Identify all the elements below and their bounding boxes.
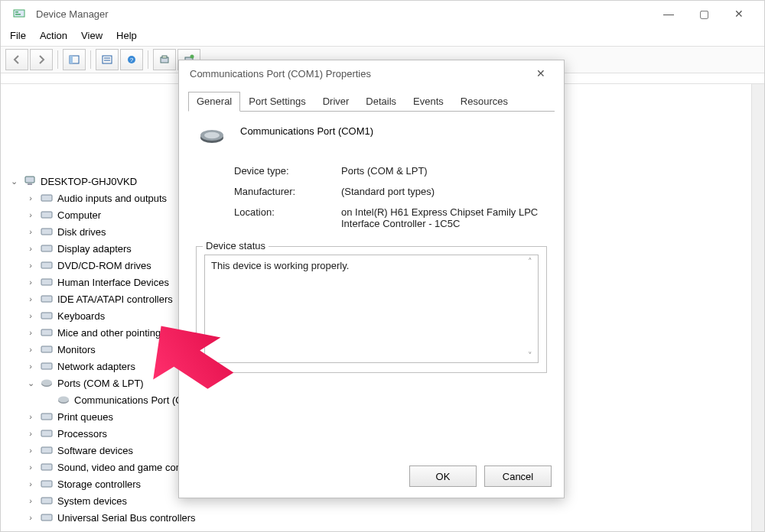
node-label: Mice and other pointing devices	[57, 327, 197, 339]
menu-help[interactable]: Help	[116, 30, 137, 41]
toolbar-help-button[interactable]: ?	[120, 49, 143, 70]
device-status-legend: Device status	[203, 240, 269, 251]
tree-item-18[interactable]: ›Universal Serial Bus controllers	[8, 509, 757, 526]
dialog-close-button[interactable]: ✕	[526, 60, 556, 86]
device-large-icon	[199, 125, 225, 147]
manufacturer-value: (Standard port types)	[341, 186, 547, 197]
properties-dialog: Communications Port (COM1) Properties ✕ …	[178, 60, 565, 498]
cancel-button[interactable]: Cancel	[484, 466, 552, 487]
svg-rect-26	[41, 363, 52, 369]
node-icon	[39, 242, 54, 255]
close-button[interactable]: ✕	[721, 1, 757, 27]
node-icon	[22, 175, 37, 187]
toolbar-back-button[interactable]	[5, 49, 28, 70]
twisty-icon[interactable]: ›	[25, 362, 36, 371]
node-icon	[39, 377, 54, 389]
tree-scrollbar[interactable]	[751, 84, 764, 531]
tab-port-settings[interactable]: Port Settings	[240, 92, 314, 112]
svg-rect-37	[41, 514, 52, 521]
toolbar-scan-button[interactable]	[153, 49, 176, 70]
twisty-icon[interactable]: ›	[25, 244, 36, 253]
menu-view[interactable]: View	[81, 30, 103, 41]
tab-resources[interactable]: Resources	[452, 92, 516, 112]
toolbar-properties-button[interactable]	[96, 49, 119, 70]
device-status-group: Device status This device is working pro…	[196, 246, 547, 373]
main-window-title: Device Manager	[36, 8, 109, 20]
twisty-icon[interactable]: ›	[25, 412, 36, 421]
dialog-titlebar[interactable]: Communications Port (COM1) Properties ✕	[179, 60, 564, 86]
node-label: Ports (COM & LPT)	[57, 378, 144, 389]
node-icon	[39, 259, 54, 271]
twisty-icon[interactable]: ›	[25, 345, 36, 354]
tab-general[interactable]: General	[188, 92, 240, 112]
node-label: System devices	[57, 495, 127, 507]
node-label: DVD/CD-ROM drives	[57, 260, 151, 271]
svg-rect-24	[41, 329, 52, 336]
menu-file[interactable]: File	[10, 30, 26, 41]
twisty-icon[interactable]: ⌄	[25, 378, 36, 388]
twisty-icon[interactable]: ›	[25, 513, 36, 522]
twisty-icon[interactable]: ›	[25, 294, 36, 303]
node-label: Software devices	[57, 445, 133, 456]
svg-rect-35	[41, 481, 52, 487]
status-scrollbar[interactable]: ˄˅	[524, 257, 536, 361]
twisty-icon[interactable]: ›	[25, 311, 36, 320]
twisty-icon[interactable]: ⌄	[8, 177, 19, 187]
twisty-icon[interactable]: ›	[25, 261, 36, 270]
svg-rect-33	[41, 447, 52, 453]
node-icon	[39, 293, 54, 305]
svg-point-13	[190, 55, 194, 59]
node-label: IDE ATA/ATAPI controllers	[57, 294, 173, 305]
twisty-icon[interactable]: ›	[25, 446, 36, 455]
twisty-icon[interactable]: ›	[25, 462, 36, 472]
node-label: Universal Serial Bus controllers	[57, 512, 196, 524]
twisty-icon[interactable]: ›	[25, 328, 36, 337]
tab-row: General Port Settings Driver Details Eve…	[188, 91, 555, 112]
svg-rect-16	[41, 195, 52, 201]
svg-rect-19	[41, 245, 52, 251]
svg-text:?: ?	[130, 57, 134, 63]
twisty-icon[interactable]: ›	[25, 193, 36, 203]
toolbar-show-hide-button[interactable]	[63, 49, 86, 70]
device-status-text: This device is working properly.	[211, 260, 349, 271]
svg-rect-34	[41, 464, 52, 470]
svg-rect-4	[70, 56, 73, 63]
node-label: Disk drives	[57, 226, 106, 238]
tab-events[interactable]: Events	[405, 92, 452, 112]
dialog-button-row: OK Cancel	[409, 466, 552, 487]
twisty-icon[interactable]: ›	[25, 479, 36, 488]
node-label: Audio inputs and outputs	[57, 193, 167, 204]
twisty-icon[interactable]: ›	[25, 210, 36, 219]
toolbar-forward-button[interactable]	[30, 49, 53, 70]
ok-button[interactable]: OK	[409, 466, 477, 487]
node-icon	[39, 360, 54, 372]
node-label: Storage controllers	[57, 478, 141, 490]
dialog-title: Communications Port (COM1) Properties	[190, 68, 371, 79]
twisty-icon[interactable]: ›	[25, 277, 36, 287]
svg-rect-20	[41, 262, 52, 268]
main-titlebar[interactable]: Device Manager — ▢ ✕	[1, 1, 764, 27]
device-type-value: Ports (COM & LPT)	[341, 165, 547, 177]
tab-driver[interactable]: Driver	[314, 92, 358, 112]
twisty-icon[interactable]: ›	[25, 227, 36, 236]
node-icon	[39, 310, 54, 322]
tab-details[interactable]: Details	[357, 92, 405, 112]
node-icon	[39, 511, 54, 524]
minimize-button[interactable]: —	[651, 1, 686, 27]
svg-rect-5	[103, 56, 112, 63]
svg-rect-23	[41, 313, 52, 319]
twisty-icon[interactable]: ›	[25, 496, 36, 505]
node-icon	[39, 495, 54, 507]
device-type-label: Device type:	[234, 165, 341, 177]
node-icon	[39, 478, 54, 490]
node-icon	[39, 343, 54, 355]
svg-rect-32	[41, 430, 52, 436]
device-status-textbox[interactable]: This device is working properly. ˄˅	[204, 255, 539, 363]
twisty-icon[interactable]: ›	[25, 429, 36, 438]
svg-rect-25	[41, 346, 52, 352]
maximize-button[interactable]: ▢	[686, 1, 721, 27]
node-label: Print queues	[57, 411, 113, 423]
svg-rect-36	[41, 498, 52, 504]
svg-rect-18	[41, 229, 52, 235]
menu-action[interactable]: Action	[40, 30, 67, 41]
